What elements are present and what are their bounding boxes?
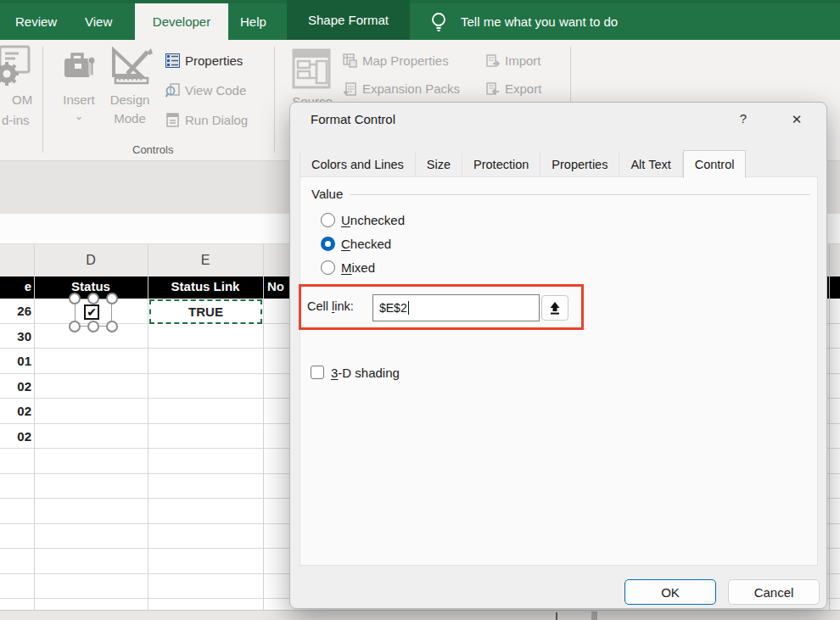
- radio-option-checked[interactable]: Checked: [321, 233, 391, 254]
- 3d-shading-option[interactable]: 3-D shading: [311, 363, 400, 382]
- tab-protection[interactable]: Protection: [462, 153, 540, 177]
- scrollbar-fragment[interactable]: [591, 612, 597, 620]
- dialog-title: Format Control: [311, 112, 395, 126]
- toolbox-icon: [61, 48, 98, 84]
- import-label: Import: [505, 53, 541, 68]
- selection-handle[interactable]: [69, 321, 81, 332]
- source-icon: [292, 48, 331, 89]
- range-selector-button[interactable]: [541, 295, 568, 321]
- map-properties-icon: [343, 53, 357, 68]
- insert-label: Insert: [51, 92, 107, 107]
- run-dialog-button[interactable]: Run Dialog: [165, 111, 248, 128]
- checkbox-icon: [311, 366, 324, 379]
- map-properties-button[interactable]: Map Properties: [343, 52, 449, 69]
- close-icon[interactable]: ✕: [787, 110, 806, 129]
- header-cell-status-link: Status Link: [148, 279, 263, 293]
- selection-handle[interactable]: [69, 293, 81, 304]
- header-cell-date-fragment: e: [0, 279, 31, 293]
- radio-label: Mixed: [341, 260, 375, 275]
- design-mode-label-line1: Design: [104, 92, 156, 107]
- cell-value: 02: [0, 399, 31, 424]
- expansion-packs-label: Expansion Packs: [362, 81, 460, 96]
- view-code-button[interactable]: View Code: [165, 81, 246, 98]
- properties-label: Properties: [185, 53, 243, 68]
- ribbon-separator: [42, 47, 43, 153]
- design-mode-label-line2: Mode: [104, 111, 156, 126]
- cell-link-input[interactable]: $E$2: [372, 294, 540, 321]
- tab-properties[interactable]: Properties: [540, 153, 619, 177]
- 3d-shading-label: 3-D shading: [331, 366, 400, 380]
- radio-label: Checked: [341, 237, 391, 251]
- com-add-ins-icon: [0, 45, 41, 91]
- pane-divider: [556, 612, 557, 620]
- format-control-dialog: Format Control ? ✕ Colors and Lines Size…: [289, 102, 827, 609]
- ribbon-separator: [274, 47, 275, 153]
- tab-alt-text[interactable]: Alt Text: [619, 153, 682, 177]
- expansion-packs-button[interactable]: Expansion Packs: [343, 80, 460, 97]
- selection-handle[interactable]: [106, 321, 118, 332]
- linked-cell-true[interactable]: TRUE: [149, 299, 262, 324]
- radio-option-unchecked[interactable]: Unchecked: [321, 209, 405, 230]
- export-button[interactable]: Export: [485, 80, 541, 97]
- cell-value: 26: [0, 299, 31, 324]
- help-button[interactable]: ?: [735, 111, 752, 126]
- radio-icon: [321, 213, 335, 227]
- export-icon: [485, 81, 500, 96]
- com-add-ins-label-line2: d-ins: [2, 113, 30, 127]
- sheet-checkbox-control[interactable]: ✔: [84, 304, 99, 320]
- selection-handle[interactable]: [106, 293, 118, 304]
- tab-developer[interactable]: Developer: [135, 3, 228, 40]
- tab-control[interactable]: Control: [683, 150, 747, 178]
- run-dialog-icon: [165, 113, 180, 127]
- control-tab-panel: Value Unchecked Checked Mixed Cell link:…: [300, 176, 818, 566]
- radio-label: Unchecked: [341, 213, 405, 227]
- header-cell-notes-fragment: No: [267, 279, 284, 293]
- properties-icon: [165, 53, 180, 68]
- controls-group-label: Controls: [132, 143, 173, 156]
- selection-handle[interactable]: [87, 293, 99, 304]
- view-code-icon: [165, 83, 180, 98]
- radio-option-mixed[interactable]: Mixed: [321, 257, 375, 277]
- design-mode-icon: [109, 47, 154, 86]
- cell-link-label: Cell link:: [307, 299, 354, 313]
- source-button[interactable]: [292, 48, 331, 89]
- view-code-label: View Code: [185, 83, 246, 98]
- radio-selected-icon: [321, 237, 335, 251]
- cancel-button[interactable]: Cancel: [728, 579, 820, 605]
- import-button[interactable]: Import: [485, 52, 541, 69]
- column-header-e[interactable]: E: [148, 244, 263, 276]
- cell-value: 02: [0, 374, 31, 399]
- cell-link-value: $E$2: [379, 301, 407, 315]
- collapse-dialog-arrow-icon: [548, 301, 562, 316]
- gridline: [263, 244, 264, 610]
- selection-handle[interactable]: [87, 321, 99, 332]
- tab-shape-format[interactable]: Shape Format: [287, 0, 410, 40]
- ribbon-tab-bar: Review View Developer Help Shape Format …: [0, 0, 840, 40]
- column-header-d[interactable]: D: [34, 244, 148, 276]
- run-dialog-label: Run Dialog: [185, 113, 248, 127]
- tab-help[interactable]: Help: [240, 3, 266, 40]
- gridline: [34, 244, 35, 610]
- value-group-label: Value: [311, 187, 343, 201]
- import-icon: [485, 53, 500, 68]
- group-divider: [350, 194, 810, 195]
- gridline: [148, 244, 148, 610]
- tab-size[interactable]: Size: [416, 153, 462, 177]
- header-cell-status: Status: [34, 279, 148, 293]
- cell-value: 01: [0, 349, 31, 374]
- tab-view[interactable]: View: [85, 3, 112, 40]
- properties-button[interactable]: Properties: [165, 52, 243, 69]
- sheet-tabs-bar: [0, 610, 840, 620]
- radio-icon: [321, 260, 335, 275]
- tell-me-box[interactable]: Tell me what you want to do: [461, 3, 618, 40]
- com-add-ins-button[interactable]: [0, 45, 41, 91]
- cell-value: 30: [0, 324, 31, 349]
- text-caret: [408, 301, 409, 315]
- tab-colors-and-lines[interactable]: Colors and Lines: [300, 153, 416, 177]
- cell-value: 02: [0, 424, 31, 450]
- tab-review[interactable]: Review: [15, 3, 57, 40]
- map-properties-label: Map Properties: [362, 53, 449, 68]
- gridline: [829, 244, 830, 610]
- dialog-tab-strip: Colors and Lines Size Protection Propert…: [300, 151, 746, 177]
- ok-button[interactable]: OK: [624, 579, 716, 605]
